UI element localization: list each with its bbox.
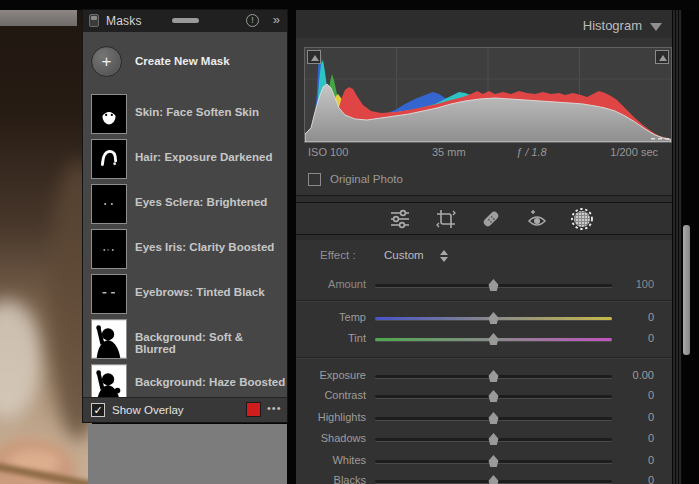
help-icon[interactable]: ! [246,14,259,27]
mask-item-label: Skin: Face Soften Skin [135,106,259,118]
slider-row-shadows: Shadows 0 [296,429,672,447]
shadows-label: Shadows [296,432,366,444]
develop-right-panel: Histogram [296,10,672,484]
amount-slider[interactable] [375,284,612,287]
slider-row-contrast: Contrast 0 [296,386,672,404]
slider-thumb[interactable] [488,370,499,382]
photo-canvas[interactable] [0,10,92,484]
slider-thumb[interactable] [488,412,499,424]
exposure-value: 0.00 [612,369,654,381]
histogram-graph[interactable] [304,47,672,143]
dropdown-spinner-icon[interactable] [439,249,449,263]
show-overlay-checkbox[interactable]: ✓ [91,403,105,417]
collapse-panel-icon[interactable]: » [273,12,280,27]
effect-label: Effect : [320,249,356,261]
healing-brush-icon[interactable] [479,207,503,231]
slider-row-whites: Whites 0 [296,451,672,469]
slider-thumb[interactable] [488,279,499,291]
mask-thumbnail-silhouette[interactable] [91,319,127,359]
photo-gray-area [88,424,287,484]
plus-icon[interactable]: + [91,46,122,77]
masks-panel: Masks ! » + Create New Mask Skin: Face S… [83,10,287,422]
histogram-title: Histogram [583,18,642,33]
basic-adjustments-icon[interactable] [388,207,412,231]
masks-list: + Create New Mask Skin: Face Soften Skin… [83,32,287,397]
slider-thumb[interactable] [488,333,499,345]
effect-row: Effect : Custom [296,247,672,265]
contrast-slider[interactable] [375,395,612,398]
mask-thumbnail-hair[interactable] [91,139,127,179]
slider-thumb[interactable] [488,390,499,402]
highlights-label: Highlights [296,411,366,423]
slider-thumb[interactable] [488,312,499,324]
blacks-slider[interactable] [375,480,612,483]
mask-item-label: Background: Haze Boosted [135,376,285,388]
effect-preset-dropdown[interactable]: Custom [384,249,424,261]
mask-thumbnail-face[interactable] [91,94,127,134]
mask-item-hair[interactable]: Hair: Exposure Darkened [83,137,287,182]
original-photo-label: Original Photo [330,173,403,185]
contrast-label: Contrast [296,389,366,401]
mask-item-background-blur[interactable]: Background: Soft & Blurred [83,317,287,362]
tint-slider[interactable] [375,338,612,341]
highlights-value: 0 [612,411,654,423]
mask-item-eyebrows[interactable]: Eyebrows: Tinted Black [83,272,287,317]
slider-row-tint: Tint 0 [296,329,672,347]
mask-item-label: Eyes Iris: Clarity Boosted [135,241,274,253]
mask-item-skin[interactable]: Skin: Face Soften Skin [83,92,287,137]
drag-handle[interactable] [172,18,199,23]
slider-row-temp: Temp 0 [296,308,672,326]
whites-slider[interactable] [375,460,612,463]
chevron-down-icon[interactable] [650,23,662,31]
blacks-value: 0 [612,474,654,484]
original-photo-checkbox[interactable] [308,173,321,186]
red-eye-tool-icon[interactable] [525,207,549,231]
photo-highlight [0,300,42,420]
photo-background-wall [0,10,77,26]
slider-thumb[interactable] [488,433,499,445]
whites-label: Whites [296,454,366,466]
scrollbar-thumb[interactable] [683,225,690,355]
tint-value: 0 [612,332,654,344]
crop-tool-icon[interactable] [434,207,458,231]
mask-thumbnail-eye-dots[interactable] [91,184,127,224]
mask-item-eyes-sclera[interactable]: Eyes Sclera: Brightened [83,182,287,227]
mask-item-label: Eyes Sclera: Brightened [135,196,267,208]
amount-value: 100 [612,278,654,290]
mask-item-label: Hair: Exposure Darkened [135,151,272,163]
masks-panel-footer: ✓ Show Overlay ••• [83,397,287,422]
panel-icon [89,14,99,27]
highlights-slider[interactable] [375,417,612,420]
temp-label: Temp [296,311,366,323]
masking-tool-icon-active[interactable] [570,207,594,231]
create-new-mask-button[interactable]: + Create New Mask [83,40,287,92]
contrast-value: 0 [612,389,654,401]
show-overlay-label: Show Overlay [112,404,184,416]
exif-info-row: ISO 100 35 mm ƒ / 1.8 1/200 sec [304,146,664,164]
exposure-slider[interactable] [375,375,612,378]
temp-value: 0 [612,311,654,323]
mask-thumbnail-eye-dots[interactable] [91,229,127,269]
histogram-section: ISO 100 35 mm ƒ / 1.8 1/200 sec Original… [296,38,672,196]
highlight-clipping-indicator[interactable] [655,50,669,64]
histogram-header[interactable]: Histogram [296,10,672,40]
shadows-slider[interactable] [375,438,612,441]
slider-thumb[interactable] [488,475,499,484]
exif-aperture: ƒ / 1.8 [516,146,547,158]
panel-edge-grip[interactable] [672,10,682,484]
slider-thumb[interactable] [488,455,499,467]
masks-panel-title: Masks [106,14,142,28]
overlay-color-swatch[interactable] [246,402,261,417]
mask-item-eyes-iris[interactable]: Eyes Iris: Clarity Boosted [83,227,287,272]
masks-panel-header[interactable]: Masks ! » [83,10,287,32]
exposure-label: Exposure [296,369,366,381]
mask-item-label: Background: Soft & Blurred [135,331,287,355]
slider-row-amount: Amount 100 [296,275,672,293]
temp-slider[interactable] [375,317,612,320]
mask-thumbnail-brow-dashes[interactable] [91,274,127,314]
tool-strip [296,202,672,235]
shadow-clipping-indicator[interactable] [307,50,321,64]
exif-iso: ISO 100 [308,146,348,158]
overlay-options-icon[interactable]: ••• [267,402,282,414]
shadows-value: 0 [612,432,654,444]
